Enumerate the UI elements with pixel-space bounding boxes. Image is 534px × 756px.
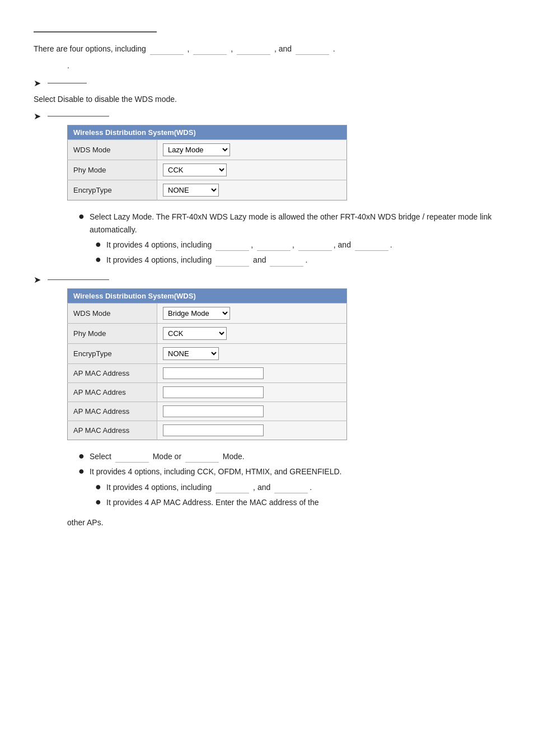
wds-table-1: Wireless Distribution System(WDS) WDS Mo… — [67, 125, 347, 200]
arrow3-label — [48, 279, 109, 280]
option-blank-4 — [296, 47, 329, 55]
arrow1-label — [48, 83, 87, 83]
ap-mac-cell-2 — [157, 382, 347, 402]
phy-mode-label-1: Phy Mode — [68, 160, 157, 180]
wds-mode-select-1[interactable]: Lazy Mode Bridge Mode Repeater Mode Disa… — [163, 143, 230, 156]
bullet-item-5: ● It provides 4 options, including CCK, … — [78, 465, 500, 478]
phy-mode-cell-1: CCK OFDM HTMIX GREENFIELD — [157, 160, 347, 180]
bullet-item-7: ● It provides 4 AP MAC Address. Enter th… — [95, 496, 500, 508]
ap-mac-input-2[interactable] — [163, 386, 264, 398]
phy-mode-select-2[interactable]: CCK OFDM HTMIX GREENFIELD — [163, 327, 227, 340]
table-row: EncrypType NONE WEP TKIP AES — [68, 343, 347, 363]
mode-blank-2 — [185, 455, 219, 463]
table-row: Phy Mode CCK OFDM HTMIX GREENFIELD — [68, 160, 347, 180]
bullet-text-3: It provides 4 options, including and . — [106, 254, 307, 266]
bullet-dot-3: ● — [95, 254, 103, 266]
encryp-type-select-2[interactable]: NONE WEP TKIP AES — [163, 347, 219, 360]
disable-text: Select Disable to disable the WDS mode. — [34, 93, 500, 105]
phy-mode-select-1[interactable]: CCK OFDM HTMIX GREENFIELD — [163, 164, 227, 176]
wds-table2-header: Wireless Distribution System(WDS) — [68, 288, 347, 303]
bullet-text-2: It provides 4 options, including , , , a… — [106, 239, 392, 251]
arrow1-icon: ➤ — [34, 78, 41, 88]
wds-table1-header: Wireless Distribution System(WDS) — [68, 125, 347, 140]
table-row: AP MAC Address — [68, 421, 347, 440]
phy-mode-label-2: Phy Mode — [68, 323, 157, 343]
option-blank-2 — [193, 47, 227, 55]
wds-mode-label: WDS Mode — [68, 140, 157, 160]
table-row: WDS Mode Lazy Mode Bridge Mode Repeater … — [68, 140, 347, 160]
option-blank-3 — [237, 47, 270, 55]
phy-mode-cell-2: CCK OFDM HTMIX GREENFIELD — [157, 323, 347, 343]
wds-mode-label-2: WDS Mode — [68, 303, 157, 323]
ap-mac-cell-4 — [157, 421, 347, 440]
bullet-dot-1: ● — [78, 211, 86, 223]
bullet-dot-5: ● — [78, 465, 86, 478]
encryp-type-cell-2: NONE WEP TKIP AES — [157, 343, 347, 363]
ap-mac-label-3: AP MAC Address — [68, 402, 157, 421]
arrow1-row: ➤ — [34, 78, 500, 88]
bullet-dot-6: ● — [95, 481, 103, 493]
bullet-item-3: ● It provides 4 options, including and . — [95, 254, 500, 266]
bullet-dot-7: ● — [95, 496, 103, 508]
option-blank-1 — [150, 47, 184, 55]
table-row: AP MAC Address — [68, 402, 347, 421]
encryp-type-cell-1: NONE WEP TKIP AES — [157, 180, 347, 200]
bullet-text-4: Select Mode or Mode. — [90, 450, 245, 463]
mode-blank-1 — [115, 455, 149, 463]
encryp-type-select-1[interactable]: NONE WEP TKIP AES — [163, 184, 219, 197]
top-separator — [34, 31, 157, 32]
ap-mac-label-1: AP MAC Address — [68, 363, 157, 382]
arrow2-label — [48, 116, 109, 116]
intro-text-content: There are four options, including — [34, 44, 146, 53]
opt-blank-g — [216, 486, 249, 493]
bullet-text-6: It provides 4 options, including , and . — [106, 481, 312, 493]
table-row: AP MAC Address — [68, 363, 347, 382]
bullet-item-1: ● Select Lazy Mode. The FRT-40xN WDS Laz… — [78, 211, 500, 236]
ap-mac-cell-1 — [157, 363, 347, 382]
other-aps-text: other APs. — [67, 516, 500, 529]
ap-mac-cell-3 — [157, 402, 347, 421]
bullet-text-5: It provides 4 options, including CCK, OF… — [90, 465, 342, 478]
encryp-type-label-1: EncrypType — [68, 180, 157, 200]
opt-blank-a — [216, 243, 249, 251]
table-row: AP MAC Addres — [68, 382, 347, 402]
opt-blank-c — [298, 243, 332, 251]
bullet-text-7: It provides 4 AP MAC Address. Enter the … — [106, 496, 318, 508]
bullet-section-2: ● Select Mode or Mode. ● It provides 4 o… — [78, 450, 500, 509]
ap-mac-label-4: AP MAC Address — [68, 421, 157, 440]
arrow2-row: ➤ — [34, 111, 500, 122]
bullet-section-1: ● Select Lazy Mode. The FRT-40xN WDS Laz… — [78, 211, 500, 267]
ap-mac-input-3[interactable] — [163, 405, 264, 417]
opt-blank-d — [355, 243, 388, 251]
ap-mac-input-4[interactable] — [163, 424, 264, 436]
arrow2-icon: ➤ — [34, 111, 41, 122]
opt-blank-e — [216, 259, 249, 267]
encryp-type-label-2: EncrypType — [68, 343, 157, 363]
table-row: WDS Mode Lazy Mode Bridge Mode Repeater … — [68, 303, 347, 323]
opt-blank-f — [270, 259, 303, 267]
bullet-dot-2: ● — [95, 239, 103, 251]
intro-text: There are four options, including , , , … — [34, 43, 500, 55]
ap-mac-input-1[interactable] — [163, 367, 264, 379]
table-row: EncrypType NONE WEP TKIP AES — [68, 180, 347, 200]
wds-table-2: Wireless Distribution System(WDS) WDS Mo… — [67, 288, 347, 440]
bullet-item-4: ● Select Mode or Mode. — [78, 450, 500, 463]
arrow3-row: ➤ — [34, 274, 500, 285]
wds-mode-select-2[interactable]: Lazy Mode Bridge Mode Repeater Mode Disa… — [163, 307, 230, 320]
wds-mode-cell-2: Lazy Mode Bridge Mode Repeater Mode Disa… — [157, 303, 347, 323]
bullet-item-6: ● It provides 4 options, including , and… — [95, 481, 500, 493]
arrow3-icon: ➤ — [34, 274, 41, 285]
bullet-dot-4: ● — [78, 450, 86, 463]
opt-blank-b — [257, 243, 291, 251]
table-row: Phy Mode CCK OFDM HTMIX GREENFIELD — [68, 323, 347, 343]
bullet-text-1: Select Lazy Mode. The FRT-40xN WDS Lazy … — [90, 211, 500, 236]
opt-blank-h — [274, 486, 308, 493]
dot-line: . — [67, 59, 500, 72]
ap-mac-label-2: AP MAC Addres — [68, 382, 157, 402]
wds-mode-cell: Lazy Mode Bridge Mode Repeater Mode Disa… — [157, 140, 347, 160]
bullet-item-2: ● It provides 4 options, including , , ,… — [95, 239, 500, 251]
